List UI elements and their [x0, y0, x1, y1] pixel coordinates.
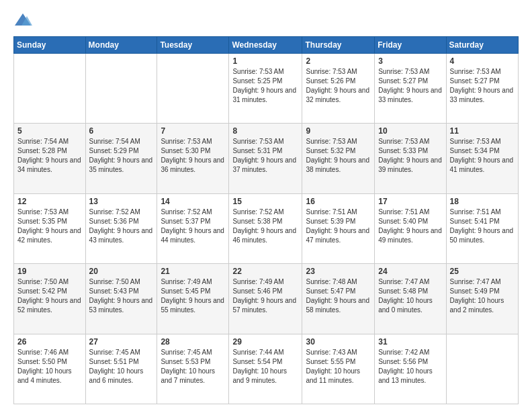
calendar-day-4: 4Sunrise: 7:53 AM Sunset: 5:27 PM Daylig…	[446, 54, 518, 124]
day-detail: Sunrise: 7:52 AM Sunset: 5:37 PM Dayligh…	[161, 208, 225, 245]
day-number: 26	[17, 337, 82, 347]
calendar-week-3: 12Sunrise: 7:53 AM Sunset: 5:35 PM Dayli…	[14, 193, 519, 263]
day-detail: Sunrise: 7:53 AM Sunset: 5:32 PM Dayligh…	[306, 137, 371, 175]
calendar-day-28: 28Sunrise: 7:45 AM Sunset: 5:53 PM Dayli…	[157, 334, 229, 404]
calendar-week-2: 5Sunrise: 7:54 AM Sunset: 5:28 PM Daylig…	[14, 124, 519, 193]
day-detail: Sunrise: 7:53 AM Sunset: 5:27 PM Dayligh…	[378, 67, 442, 105]
day-detail: Sunrise: 7:51 AM Sunset: 5:41 PM Dayligh…	[450, 208, 515, 245]
calendar-day-19: 19Sunrise: 7:50 AM Sunset: 5:42 PM Dayli…	[14, 264, 86, 334]
day-detail: Sunrise: 7:49 AM Sunset: 5:46 PM Dayligh…	[232, 277, 298, 315]
day-number: 24	[378, 267, 442, 276]
day-detail: Sunrise: 7:53 AM Sunset: 5:26 PM Dayligh…	[306, 67, 371, 105]
day-number: 6	[89, 126, 154, 136]
calendar-day-10: 10Sunrise: 7:53 AM Sunset: 5:33 PM Dayli…	[375, 124, 446, 193]
logo-icon	[13, 11, 32, 30]
calendar-empty-cell	[157, 54, 229, 124]
day-detail: Sunrise: 7:52 AM Sunset: 5:38 PM Dayligh…	[232, 208, 298, 245]
calendar-day-2: 2Sunrise: 7:53 AM Sunset: 5:26 PM Daylig…	[302, 54, 375, 124]
day-detail: Sunrise: 7:54 AM Sunset: 5:29 PM Dayligh…	[89, 137, 154, 175]
day-detail: Sunrise: 7:52 AM Sunset: 5:36 PM Dayligh…	[89, 208, 154, 245]
weekday-header-saturday: Saturday	[446, 37, 518, 54]
calendar-day-9: 9Sunrise: 7:53 AM Sunset: 5:32 PM Daylig…	[302, 124, 375, 193]
calendar-day-31: 31Sunrise: 7:42 AM Sunset: 5:56 PM Dayli…	[375, 334, 446, 404]
calendar-day-3: 3Sunrise: 7:53 AM Sunset: 5:27 PM Daylig…	[375, 54, 446, 124]
day-number: 29	[232, 337, 298, 347]
calendar-day-13: 13Sunrise: 7:52 AM Sunset: 5:36 PM Dayli…	[85, 193, 157, 263]
calendar-day-20: 20Sunrise: 7:50 AM Sunset: 5:43 PM Dayli…	[85, 264, 157, 334]
day-detail: Sunrise: 7:50 AM Sunset: 5:43 PM Dayligh…	[89, 277, 154, 315]
weekday-header-wednesday: Wednesday	[229, 37, 302, 54]
day-number: 19	[17, 267, 82, 276]
calendar-day-29: 29Sunrise: 7:44 AM Sunset: 5:54 PM Dayli…	[229, 334, 302, 404]
day-detail: Sunrise: 7:54 AM Sunset: 5:28 PM Dayligh…	[17, 137, 82, 175]
day-detail: Sunrise: 7:50 AM Sunset: 5:42 PM Dayligh…	[17, 277, 82, 315]
calendar-day-11: 11Sunrise: 7:53 AM Sunset: 5:34 PM Dayli…	[446, 124, 518, 193]
weekday-header-monday: Monday	[85, 37, 157, 54]
day-detail: Sunrise: 7:53 AM Sunset: 5:27 PM Dayligh…	[450, 67, 515, 105]
day-detail: Sunrise: 7:46 AM Sunset: 5:50 PM Dayligh…	[17, 348, 82, 385]
calendar-day-21: 21Sunrise: 7:49 AM Sunset: 5:45 PM Dayli…	[157, 264, 229, 334]
calendar-week-1: 1Sunrise: 7:53 AM Sunset: 5:25 PM Daylig…	[14, 54, 519, 124]
day-detail: Sunrise: 7:48 AM Sunset: 5:47 PM Dayligh…	[306, 277, 371, 315]
calendar-empty-cell	[14, 54, 86, 124]
calendar-day-6: 6Sunrise: 7:54 AM Sunset: 5:29 PM Daylig…	[85, 124, 157, 193]
logo	[13, 11, 35, 30]
day-number: 8	[232, 126, 298, 136]
day-detail: Sunrise: 7:53 AM Sunset: 5:30 PM Dayligh…	[161, 137, 225, 175]
day-number: 31	[378, 337, 442, 347]
day-number: 13	[89, 197, 154, 206]
day-number: 7	[161, 126, 225, 136]
calendar-day-27: 27Sunrise: 7:45 AM Sunset: 5:51 PM Dayli…	[85, 334, 157, 404]
day-detail: Sunrise: 7:51 AM Sunset: 5:39 PM Dayligh…	[306, 208, 371, 245]
day-number: 12	[17, 197, 82, 206]
day-number: 18	[450, 197, 515, 206]
day-detail: Sunrise: 7:43 AM Sunset: 5:55 PM Dayligh…	[306, 348, 371, 385]
day-number: 11	[450, 126, 515, 136]
calendar-day-12: 12Sunrise: 7:53 AM Sunset: 5:35 PM Dayli…	[14, 193, 86, 263]
calendar-day-30: 30Sunrise: 7:43 AM Sunset: 5:55 PM Dayli…	[302, 334, 375, 404]
calendar-week-4: 19Sunrise: 7:50 AM Sunset: 5:42 PM Dayli…	[14, 264, 519, 334]
day-number: 21	[161, 267, 225, 276]
day-number: 20	[89, 267, 154, 276]
day-detail: Sunrise: 7:47 AM Sunset: 5:49 PM Dayligh…	[450, 277, 515, 315]
day-number: 17	[378, 197, 442, 206]
day-number: 30	[306, 337, 371, 347]
calendar-day-18: 18Sunrise: 7:51 AM Sunset: 5:41 PM Dayli…	[446, 193, 518, 263]
calendar-day-23: 23Sunrise: 7:48 AM Sunset: 5:47 PM Dayli…	[302, 264, 375, 334]
day-detail: Sunrise: 7:53 AM Sunset: 5:31 PM Dayligh…	[232, 137, 298, 175]
day-detail: Sunrise: 7:45 AM Sunset: 5:51 PM Dayligh…	[89, 348, 154, 385]
day-detail: Sunrise: 7:47 AM Sunset: 5:48 PM Dayligh…	[378, 277, 442, 315]
day-number: 15	[232, 197, 298, 206]
day-number: 3	[378, 56, 442, 66]
day-number: 16	[306, 197, 371, 206]
calendar-day-26: 26Sunrise: 7:46 AM Sunset: 5:50 PM Dayli…	[14, 334, 86, 404]
calendar-day-17: 17Sunrise: 7:51 AM Sunset: 5:40 PM Dayli…	[375, 193, 446, 263]
calendar-day-16: 16Sunrise: 7:51 AM Sunset: 5:39 PM Dayli…	[302, 193, 375, 263]
day-number: 1	[232, 56, 298, 66]
calendar-day-22: 22Sunrise: 7:49 AM Sunset: 5:46 PM Dayli…	[229, 264, 302, 334]
day-number: 22	[232, 267, 298, 276]
calendar-day-24: 24Sunrise: 7:47 AM Sunset: 5:48 PM Dayli…	[375, 264, 446, 334]
day-number: 4	[450, 56, 515, 66]
day-detail: Sunrise: 7:53 AM Sunset: 5:34 PM Dayligh…	[450, 137, 515, 175]
weekday-header-tuesday: Tuesday	[157, 37, 229, 54]
day-number: 5	[17, 126, 82, 136]
weekday-header-thursday: Thursday	[302, 37, 375, 54]
day-number: 27	[89, 337, 154, 347]
calendar-empty-cell	[85, 54, 157, 124]
day-detail: Sunrise: 7:51 AM Sunset: 5:40 PM Dayligh…	[378, 208, 442, 245]
day-detail: Sunrise: 7:53 AM Sunset: 5:33 PM Dayligh…	[378, 137, 442, 175]
weekday-header-row: SundayMondayTuesdayWednesdayThursdayFrid…	[14, 37, 519, 54]
day-number: 2	[306, 56, 371, 66]
calendar-day-8: 8Sunrise: 7:53 AM Sunset: 5:31 PM Daylig…	[229, 124, 302, 193]
day-number: 9	[306, 126, 371, 136]
calendar-day-7: 7Sunrise: 7:53 AM Sunset: 5:30 PM Daylig…	[157, 124, 229, 193]
page: SundayMondayTuesdayWednesdayThursdayFrid…	[0, 0, 532, 411]
day-detail: Sunrise: 7:42 AM Sunset: 5:56 PM Dayligh…	[378, 348, 442, 385]
calendar-day-14: 14Sunrise: 7:52 AM Sunset: 5:37 PM Dayli…	[157, 193, 229, 263]
calendar-table: SundayMondayTuesdayWednesdayThursdayFrid…	[13, 36, 519, 404]
day-detail: Sunrise: 7:45 AM Sunset: 5:53 PM Dayligh…	[161, 348, 225, 385]
day-detail: Sunrise: 7:53 AM Sunset: 5:25 PM Dayligh…	[232, 67, 298, 105]
calendar-day-1: 1Sunrise: 7:53 AM Sunset: 5:25 PM Daylig…	[229, 54, 302, 124]
day-detail: Sunrise: 7:44 AM Sunset: 5:54 PM Dayligh…	[232, 348, 298, 385]
